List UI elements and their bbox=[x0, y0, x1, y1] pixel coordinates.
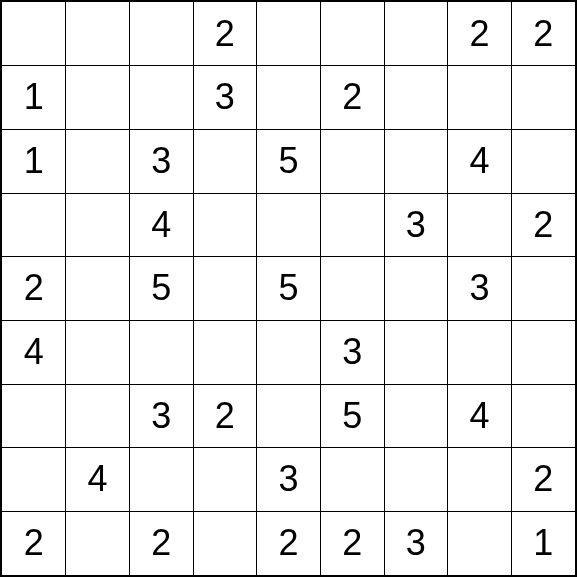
grid-cell[interactable]: 2 bbox=[320, 66, 384, 130]
grid-cell[interactable] bbox=[129, 448, 193, 512]
grid-cell[interactable] bbox=[193, 511, 257, 575]
grid-cell[interactable] bbox=[193, 257, 257, 321]
grid-cell[interactable]: 4 bbox=[66, 448, 130, 512]
grid-cell[interactable] bbox=[384, 66, 448, 130]
grid-cell[interactable]: 2 bbox=[193, 2, 257, 66]
grid-cell[interactable]: 5 bbox=[257, 129, 321, 193]
grid-cell[interactable]: 5 bbox=[257, 257, 321, 321]
grid-line-vertical bbox=[65, 0, 66, 577]
grid-cell[interactable] bbox=[384, 384, 448, 448]
grid-cell[interactable]: 2 bbox=[511, 448, 575, 512]
grid-cell[interactable] bbox=[66, 129, 130, 193]
grid-cell[interactable]: 4 bbox=[448, 129, 512, 193]
grid-cell[interactable] bbox=[320, 257, 384, 321]
grid-cell[interactable] bbox=[511, 320, 575, 384]
grid-cell[interactable] bbox=[384, 320, 448, 384]
grid-line-horizontal bbox=[0, 0, 577, 2]
grid-cell[interactable] bbox=[384, 129, 448, 193]
grid-cell[interactable]: 2 bbox=[511, 193, 575, 257]
grid-cell[interactable] bbox=[66, 320, 130, 384]
grid-cell[interactable] bbox=[320, 2, 384, 66]
grid-line-horizontal bbox=[0, 384, 577, 385]
grid-line-vertical bbox=[129, 0, 130, 577]
grid-cell[interactable] bbox=[448, 320, 512, 384]
grid-cell[interactable]: 3 bbox=[129, 129, 193, 193]
grid-cell[interactable] bbox=[511, 129, 575, 193]
grid-cell[interactable]: 3 bbox=[384, 193, 448, 257]
grid-cell[interactable] bbox=[2, 384, 66, 448]
grid-cell[interactable] bbox=[193, 129, 257, 193]
grid-cell[interactable] bbox=[66, 66, 130, 130]
grid-cell[interactable]: 5 bbox=[129, 257, 193, 321]
grid-cell[interactable] bbox=[320, 129, 384, 193]
grid-cell[interactable] bbox=[129, 320, 193, 384]
grid-cell[interactable] bbox=[320, 193, 384, 257]
grid-cell[interactable] bbox=[511, 257, 575, 321]
grid-line-horizontal bbox=[0, 320, 577, 321]
grid-cell[interactable] bbox=[66, 511, 130, 575]
grid-cell[interactable] bbox=[66, 2, 130, 66]
grid-line-vertical bbox=[0, 0, 2, 577]
grid-cell[interactable] bbox=[257, 2, 321, 66]
grid-cell[interactable]: 2 bbox=[129, 511, 193, 575]
grid-line-vertical bbox=[384, 0, 385, 577]
grid-cell[interactable]: 4 bbox=[2, 320, 66, 384]
grid-cell[interactable] bbox=[193, 193, 257, 257]
grid-cell[interactable]: 2 bbox=[193, 384, 257, 448]
grid-cell[interactable] bbox=[257, 320, 321, 384]
grid-cell[interactable] bbox=[66, 384, 130, 448]
grid-cell[interactable] bbox=[257, 384, 321, 448]
grid-cell[interactable] bbox=[384, 2, 448, 66]
grid-line-horizontal bbox=[0, 65, 577, 66]
grid-cell[interactable]: 3 bbox=[448, 257, 512, 321]
grid-cell[interactable] bbox=[2, 2, 66, 66]
grid-cell[interactable]: 3 bbox=[257, 448, 321, 512]
grid-cell[interactable] bbox=[448, 193, 512, 257]
grid-cell[interactable]: 2 bbox=[2, 257, 66, 321]
grid-cell[interactable] bbox=[66, 193, 130, 257]
grid-cell[interactable]: 5 bbox=[320, 384, 384, 448]
grid-cell[interactable]: 4 bbox=[448, 384, 512, 448]
grid-line-horizontal bbox=[0, 193, 577, 194]
grid-line-vertical bbox=[256, 0, 257, 577]
grid-cell[interactable]: 3 bbox=[320, 320, 384, 384]
grid-line-horizontal bbox=[0, 447, 577, 448]
grid-line-horizontal bbox=[0, 256, 577, 257]
grid-cell[interactable]: 1 bbox=[511, 511, 575, 575]
grid-cell[interactable] bbox=[193, 320, 257, 384]
grid-line-vertical bbox=[447, 0, 448, 577]
grid-line-vertical bbox=[511, 0, 512, 577]
grid-cell[interactable] bbox=[384, 448, 448, 512]
grid-cell[interactable]: 4 bbox=[129, 193, 193, 257]
grid-cell[interactable] bbox=[2, 193, 66, 257]
grid-cell[interactable] bbox=[448, 66, 512, 130]
grid-cell[interactable]: 1 bbox=[2, 129, 66, 193]
grid-line-vertical bbox=[193, 0, 194, 577]
grid-cell[interactable] bbox=[320, 448, 384, 512]
grid-line-vertical bbox=[320, 0, 321, 577]
grid-cell[interactable] bbox=[129, 2, 193, 66]
grid-cell[interactable]: 3 bbox=[193, 66, 257, 130]
grid-cell[interactable]: 2 bbox=[257, 511, 321, 575]
grid-cell[interactable]: 3 bbox=[384, 511, 448, 575]
grid-cell[interactable] bbox=[193, 448, 257, 512]
grid-cell[interactable] bbox=[66, 257, 130, 321]
grid-cell[interactable]: 2 bbox=[320, 511, 384, 575]
number-grid: 22213213544322553433254432222231 bbox=[0, 0, 577, 577]
grid-cell[interactable] bbox=[448, 511, 512, 575]
grid-line-horizontal bbox=[0, 129, 577, 130]
grid-cell[interactable]: 2 bbox=[2, 511, 66, 575]
grid-line-horizontal bbox=[0, 511, 577, 512]
grid-cell[interactable]: 2 bbox=[511, 2, 575, 66]
grid-cell[interactable] bbox=[2, 448, 66, 512]
grid-cell[interactable]: 1 bbox=[2, 66, 66, 130]
grid-cell[interactable] bbox=[257, 66, 321, 130]
grid-cell[interactable]: 2 bbox=[448, 2, 512, 66]
grid-cell[interactable] bbox=[384, 257, 448, 321]
grid-cell[interactable] bbox=[257, 193, 321, 257]
grid-cell[interactable] bbox=[129, 66, 193, 130]
grid-cell[interactable] bbox=[511, 384, 575, 448]
grid-cell[interactable]: 3 bbox=[129, 384, 193, 448]
grid-cell[interactable] bbox=[448, 448, 512, 512]
grid-cell[interactable] bbox=[511, 66, 575, 130]
